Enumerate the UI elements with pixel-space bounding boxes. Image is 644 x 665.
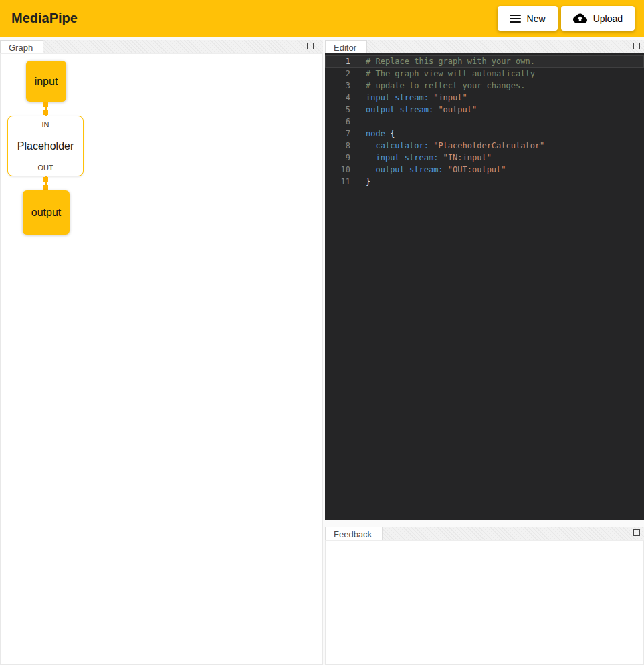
editor-panel-strip: Editor xyxy=(325,40,644,53)
code-line[interactable]: 6 xyxy=(325,116,644,128)
graph-port xyxy=(43,177,48,182)
graph-node-placeholder[interactable]: IN Placeholder OUT xyxy=(7,116,84,176)
tab-editor[interactable]: Editor xyxy=(325,40,367,53)
line-number: 4 xyxy=(325,92,350,104)
editor-panel: Editor 1# Replace this graph with your o… xyxy=(325,40,644,520)
editor-maximize-icon[interactable] xyxy=(633,43,640,49)
feedback-panel-strip: Feedback xyxy=(325,527,644,540)
graph-node-input-label: input xyxy=(35,76,58,88)
graph-node-input[interactable]: input xyxy=(26,61,66,102)
line-number: 5 xyxy=(325,104,350,116)
code-lines: 1# Replace this graph with your own.2# T… xyxy=(325,55,644,188)
line-number: 10 xyxy=(325,164,350,176)
line-number: 2 xyxy=(325,68,350,80)
graph-maximize-icon[interactable] xyxy=(307,43,314,49)
graph-node-output-label: output xyxy=(31,207,61,219)
code-line[interactable]: 10 output_stream: "OUT:output" xyxy=(325,164,644,176)
graph-node-placeholder-label: Placeholder xyxy=(17,140,74,152)
code-line[interactable]: 4input_stream: "input" xyxy=(325,92,644,104)
line-number: 9 xyxy=(325,152,350,164)
code-line[interactable]: 1# Replace this graph with your own. xyxy=(325,55,644,68)
new-button[interactable]: New xyxy=(498,6,558,31)
code-line[interactable]: 3# update to reflect your changes. xyxy=(325,80,644,92)
code-line[interactable]: 5output_stream: "output" xyxy=(325,104,644,116)
feedback-area[interactable] xyxy=(325,540,644,665)
graph-node-output[interactable]: output xyxy=(23,190,70,235)
graph-panel-strip: Graph xyxy=(0,40,323,53)
line-number: 11 xyxy=(325,176,350,188)
header-buttons: New Upload xyxy=(498,6,635,31)
cloud-upload-icon xyxy=(573,11,587,25)
graph-port xyxy=(43,110,48,115)
tab-graph[interactable]: Graph xyxy=(0,40,43,53)
feedback-maximize-icon[interactable] xyxy=(633,529,640,536)
graph-port xyxy=(43,102,48,107)
line-number: 7 xyxy=(325,128,350,140)
line-number: 6 xyxy=(325,116,350,128)
code-line[interactable]: 11} xyxy=(325,176,644,188)
new-graph-icon xyxy=(510,15,521,23)
code-line[interactable]: 2# The graph view will automatically xyxy=(325,68,644,80)
code-line[interactable]: 7node { xyxy=(325,128,644,140)
line-number: 1 xyxy=(325,55,350,68)
code-editor[interactable]: 1# Replace this graph with your own.2# T… xyxy=(325,53,644,520)
upload-button[interactable]: Upload xyxy=(561,6,635,31)
code-line[interactable]: 8 calculator: "PlaceholderCalculator" xyxy=(325,140,644,152)
graph-port xyxy=(43,185,48,190)
placeholder-out-port-label: OUT xyxy=(37,164,53,172)
placeholder-in-port-label: IN xyxy=(42,120,49,128)
feedback-panel: Feedback xyxy=(325,527,644,665)
code-line[interactable]: 9 input_stream: "IN:input" xyxy=(325,152,644,164)
graph-panel: Graph input IN Placeholder OUT output xyxy=(0,40,323,665)
graph-canvas[interactable]: input IN Placeholder OUT output xyxy=(0,53,323,665)
tab-feedback[interactable]: Feedback xyxy=(325,527,383,540)
line-number: 3 xyxy=(325,80,350,92)
app-title: MediaPipe xyxy=(11,11,78,26)
line-number: 8 xyxy=(325,140,350,152)
new-button-label: New xyxy=(527,13,546,24)
app-header: MediaPipe New Upload xyxy=(0,0,644,37)
upload-button-label: Upload xyxy=(593,13,623,24)
